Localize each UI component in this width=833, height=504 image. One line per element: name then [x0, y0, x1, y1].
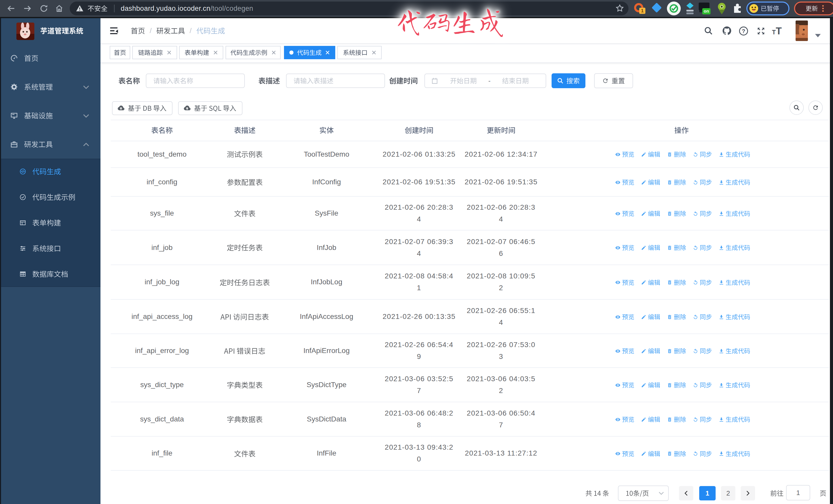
- svg-text:?: ?: [742, 28, 745, 34]
